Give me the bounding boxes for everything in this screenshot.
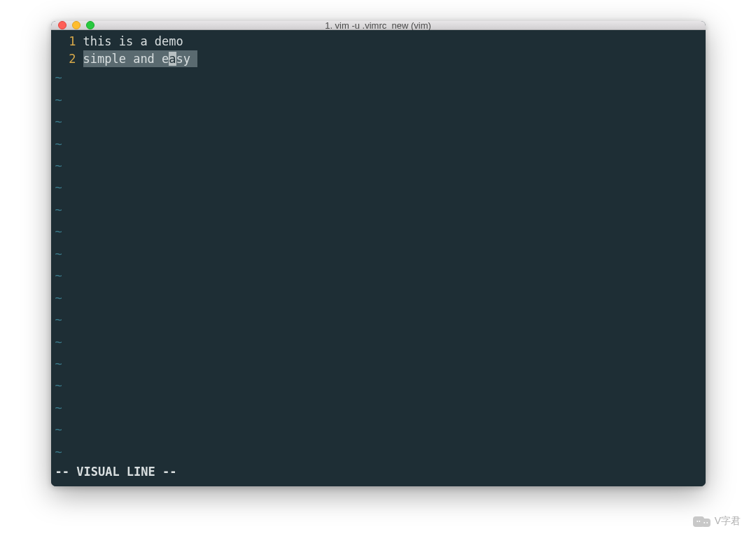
- line-number: 1: [51, 33, 83, 50]
- empty-line-tilde: ~: [51, 353, 706, 375]
- window-title: 1. vim -u .vimrc_new (vim): [51, 21, 706, 31]
- terminal-window: 1. vim -u .vimrc_new (vim) 1this is a de…: [51, 21, 706, 486]
- wechat-icon: [693, 516, 710, 527]
- empty-line-tilde: ~: [51, 134, 706, 155]
- terminal-body[interactable]: 1this is a demo2simple and easy ~~~~~~~~…: [51, 30, 706, 486]
- empty-lines: ~~~~~~~~~~~~~~~~~~: [51, 67, 706, 463]
- empty-line-tilde: ~: [51, 221, 706, 243]
- empty-line-tilde: ~: [51, 397, 706, 419]
- titlebar[interactable]: 1. vim -u .vimrc_new (vim): [51, 21, 706, 30]
- close-icon[interactable]: [58, 21, 66, 29]
- editor-line[interactable]: 2simple and easy: [51, 50, 706, 68]
- line-number: 2: [51, 50, 83, 68]
- empty-line-tilde: ~: [51, 177, 706, 199]
- cursor: a: [169, 52, 176, 66]
- line-text: simple and easy: [83, 50, 198, 68]
- empty-line-tilde: ~: [51, 111, 706, 133]
- line-text: this is a demo: [83, 33, 183, 50]
- traffic-lights: [58, 21, 94, 29]
- maximize-icon[interactable]: [86, 21, 94, 29]
- watermark: V字君: [693, 515, 741, 528]
- watermark-text: V字君: [715, 515, 741, 528]
- minimize-icon[interactable]: [72, 21, 80, 29]
- empty-line-tilde: ~: [51, 90, 706, 111]
- empty-line-tilde: ~: [51, 332, 706, 353]
- empty-line-tilde: ~: [51, 244, 706, 265]
- empty-line-tilde: ~: [51, 419, 706, 441]
- editor-line[interactable]: 1this is a demo: [51, 33, 706, 50]
- empty-line-tilde: ~: [51, 309, 706, 331]
- editor-lines: 1this is a demo2simple and easy: [51, 33, 706, 67]
- vim-mode-status: -- VISUAL LINE --: [51, 463, 706, 485]
- empty-line-tilde: ~: [51, 288, 706, 309]
- empty-line-tilde: ~: [51, 155, 706, 177]
- empty-line-tilde: ~: [51, 199, 706, 221]
- empty-line-tilde: ~: [51, 265, 706, 287]
- empty-line-tilde: ~: [51, 442, 706, 463]
- visual-selection: simple and easy: [83, 50, 198, 68]
- empty-line-tilde: ~: [51, 375, 706, 397]
- empty-line-tilde: ~: [51, 67, 706, 89]
